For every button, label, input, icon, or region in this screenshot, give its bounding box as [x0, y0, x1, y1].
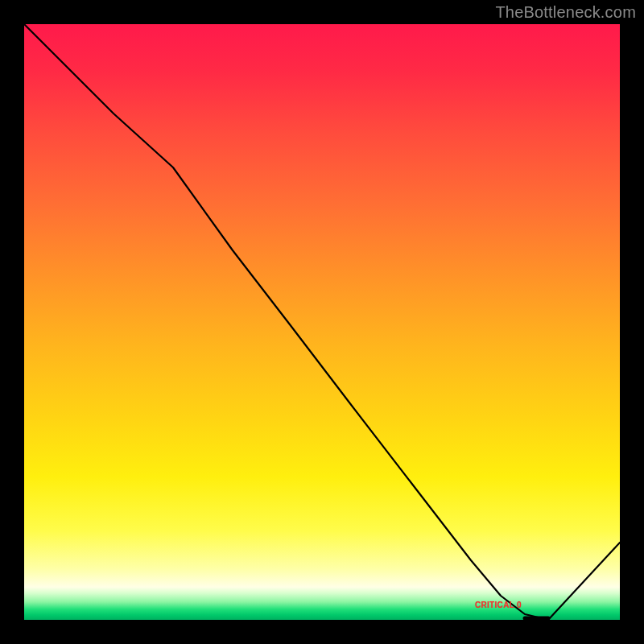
heat-gradient-background [24, 24, 620, 620]
critical-marker-label: CRITICAL 0 [475, 601, 522, 609]
plot-area: CRITICAL 0 [24, 24, 620, 620]
chart-frame: TheBottleneck.com CRITICAL 0 [0, 0, 644, 644]
watermark-text: TheBottleneck.com [495, 3, 636, 22]
